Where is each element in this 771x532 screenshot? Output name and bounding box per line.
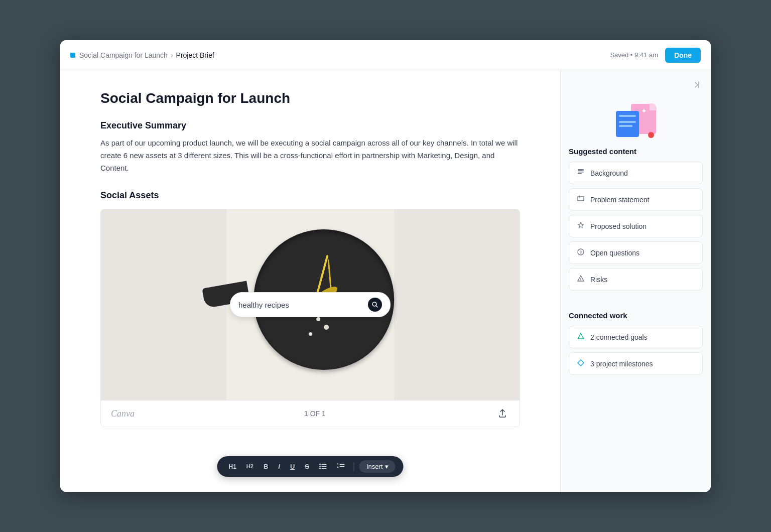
open-questions-icon [576, 248, 585, 257]
suggestion-problem-label: Problem statement [590, 196, 650, 204]
suggestion-background[interactable]: Background [569, 162, 703, 184]
svg-point-2 [319, 463, 321, 465]
project-dot-icon [70, 53, 75, 58]
svg-line-1 [376, 306, 377, 307]
breadcrumb-current: Project Brief [176, 51, 214, 59]
connected-work-title: Connected work [569, 311, 703, 320]
search-overlay: healthy recipes [230, 292, 391, 317]
toolbar-bullet[interactable] [316, 461, 331, 473]
illus-dot [648, 132, 654, 138]
crumble-5 [309, 332, 312, 336]
crumble-2 [316, 317, 320, 321]
exec-summary-heading: Executive Summary [100, 120, 520, 131]
svg-point-6 [319, 467, 321, 469]
connected-goals-label: 2 connected goals [590, 333, 648, 341]
right-panel: ✦ Suggested content [560, 70, 711, 492]
suggested-content-title: Suggested content [569, 147, 703, 156]
suggestion-open-questions[interactable]: Open questions [569, 241, 703, 264]
toolbar-bold[interactable]: B [260, 461, 272, 472]
toolbar-h2[interactable]: H2 [243, 462, 257, 471]
connected-milestones[interactable]: 3 project milestones [569, 352, 703, 375]
share-button[interactable] [495, 407, 509, 421]
doc-title: Social Campaign for Launch [100, 90, 520, 106]
main-area: Social Campaign for Launch Executive Sum… [60, 70, 711, 492]
illus-doc-line-2 [619, 121, 636, 123]
suggestion-risks[interactable]: Risks [569, 268, 703, 291]
content-area: Social Campaign for Launch Executive Sum… [60, 70, 560, 492]
done-button[interactable]: Done [665, 48, 701, 63]
crumble-4 [324, 325, 329, 330]
svg-rect-7 [322, 468, 327, 469]
panel-divider [569, 303, 703, 303]
background-icon [576, 168, 585, 178]
svg-rect-15 [578, 173, 582, 174]
app-window: Social Campaign for Launch › Project Bri… [60, 40, 711, 492]
topbar-right: Saved • 9:41 am Done [610, 48, 701, 63]
search-input-value[interactable]: healthy recipes [238, 301, 363, 309]
svg-rect-3 [322, 464, 327, 465]
toolbar-insert-button[interactable]: Insert ▾ [359, 460, 396, 473]
social-assets-heading: Social Assets [100, 190, 520, 201]
suggestion-solution-label: Proposed solution [590, 222, 647, 230]
suggestion-questions-label: Open questions [590, 249, 639, 257]
yellow-stick-2 [328, 259, 332, 290]
search-icon[interactable] [368, 298, 382, 312]
page-indicator: 1 OF 1 [304, 410, 326, 418]
illus-star-icon: ✦ [641, 107, 647, 115]
risks-icon [576, 275, 585, 284]
svg-rect-11 [340, 466, 345, 467]
illus-doc-line-3 [619, 125, 633, 127]
svg-point-16 [578, 249, 584, 255]
topbar-left: Social Campaign for Launch › Project Bri… [70, 51, 214, 59]
illustration: ✦ [616, 104, 656, 139]
formatting-toolbar: H1 H2 B I U S [217, 456, 404, 477]
svg-rect-14 [578, 172, 584, 173]
problem-statement-icon [576, 195, 585, 204]
toolbar-numbered[interactable]: 1. 2. [334, 461, 349, 473]
illus-doc-front [616, 111, 639, 137]
canva-embed: healthy recipes Canva 1 OF 1 [100, 209, 520, 427]
connected-milestones-icon [576, 359, 585, 368]
svg-rect-9 [340, 464, 345, 465]
canva-footer: Canva 1 OF 1 [101, 400, 520, 427]
proposed-solution-icon [576, 221, 585, 231]
breadcrumb-separator: › [171, 51, 173, 59]
topbar: Social Campaign for Launch › Project Bri… [60, 40, 711, 70]
connected-goals[interactable]: 2 connected goals [569, 326, 703, 348]
breadcrumb-parent[interactable]: Social Campaign for Launch [79, 51, 168, 59]
illus-doc-line-1 [619, 115, 636, 117]
svg-rect-5 [322, 466, 327, 467]
svg-rect-13 [578, 169, 584, 171]
suggestion-risks-label: Risks [590, 276, 607, 284]
svg-text:2.: 2. [337, 465, 340, 468]
toolbar-divider [354, 462, 354, 471]
svg-point-4 [319, 465, 321, 467]
connected-goals-icon [576, 332, 585, 342]
exec-summary-text: As part of our upcoming product launch, … [100, 137, 520, 174]
canva-image: healthy recipes [101, 209, 520, 400]
svg-point-19 [580, 280, 581, 281]
suggestion-background-label: Background [590, 169, 628, 177]
bg-right [394, 209, 520, 400]
svg-point-17 [580, 253, 581, 254]
connected-milestones-label: 3 project milestones [590, 360, 653, 368]
saved-status: Saved • 9:41 am [610, 51, 658, 59]
panel-collapse-button[interactable] [690, 78, 703, 94]
breadcrumb: Social Campaign for Launch › Project Bri… [79, 51, 214, 59]
toolbar-underline[interactable]: U [287, 461, 298, 472]
canva-logo: Canva [111, 409, 135, 419]
suggestion-proposed-solution[interactable]: Proposed solution [569, 215, 703, 237]
toolbar-h1[interactable]: H1 [225, 462, 240, 472]
toolbar-strikethrough[interactable]: S [301, 461, 313, 472]
panel-illustration: ✦ [569, 104, 703, 139]
suggestion-problem-statement[interactable]: Problem statement [569, 188, 703, 211]
toolbar-italic[interactable]: I [275, 461, 284, 472]
